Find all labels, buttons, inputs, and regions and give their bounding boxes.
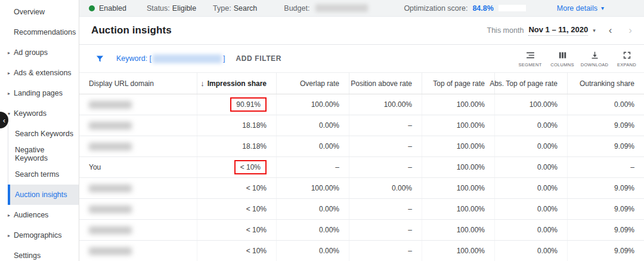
segment-label: SEGMENT bbox=[518, 62, 541, 67]
download-label: DOWNLOAD bbox=[581, 62, 609, 67]
table-cell: < 10% bbox=[197, 199, 276, 219]
sidebar-item-label: Search Keywords bbox=[15, 130, 73, 138]
column-header-top-of-page-rate[interactable]: Top of page rate bbox=[422, 73, 494, 94]
table-cell: – bbox=[567, 157, 644, 177]
column-header-impression-share[interactable]: ↓ Impression share bbox=[197, 73, 276, 94]
table-cell: – bbox=[349, 115, 422, 136]
redacted-domain bbox=[89, 143, 132, 151]
table-cell: 0.00% bbox=[276, 136, 349, 156]
download-button[interactable]: DOWNLOAD bbox=[581, 50, 608, 67]
table-row[interactable]: 18.18%0.00%–100.00%0.00%9.09% bbox=[79, 136, 644, 157]
enabled-status-icon bbox=[89, 5, 95, 11]
date-dropdown-icon[interactable]: ▾ bbox=[593, 27, 596, 33]
table-cell: 9.09% bbox=[567, 220, 644, 240]
sidebar-item-label: Overview bbox=[14, 8, 45, 16]
column-header-outranking-share[interactable]: Outranking share bbox=[567, 73, 644, 94]
expand-arrow-icon: ▸ bbox=[6, 50, 12, 56]
columns-button[interactable]: COLUMNS bbox=[549, 50, 576, 67]
sidebar-item-search-keywords[interactable]: Search Keywords bbox=[8, 124, 79, 144]
table-row[interactable]: < 10%100.00%0.00%100.00%0.00%9.09% bbox=[79, 178, 644, 199]
add-filter-button[interactable]: ADD FILTER bbox=[236, 54, 281, 63]
previous-period-button[interactable]: ‹ bbox=[609, 24, 612, 36]
column-header-abs-top-of-page-rate[interactable]: Abs. Top of page rate bbox=[494, 73, 567, 94]
sidebar-item-ads-extensions[interactable]: ▸ Ads & extensions bbox=[0, 63, 79, 83]
table-cell: 0.00% bbox=[494, 199, 567, 219]
segment-button[interactable]: SEGMENT bbox=[516, 50, 544, 67]
table-cell: 9.09% bbox=[567, 136, 644, 156]
domain-cell: You bbox=[79, 157, 197, 177]
table-row[interactable]: You < 10%––100.00%0.00%– bbox=[79, 157, 644, 178]
date-range-picker: This month Nov 1 – 11, 2020 ▾ ‹ › bbox=[487, 24, 632, 36]
table-row[interactable]: < 10%0.00%–100.00%0.00%9.09% bbox=[79, 220, 644, 241]
table-cell: – bbox=[349, 136, 422, 156]
sidebar-item-keywords[interactable]: ▾ Keywords bbox=[0, 103, 79, 124]
table-cell: 100.00% bbox=[494, 94, 567, 115]
table-cell: – bbox=[349, 199, 422, 219]
sidebar-item-negative-keywords[interactable]: Negative Keywords bbox=[8, 144, 79, 164]
sidebar-item-recommendations[interactable]: Recommendations bbox=[0, 22, 79, 42]
table-cell: – bbox=[349, 220, 422, 240]
table-cell: 100.00% bbox=[422, 199, 494, 219]
next-period-button[interactable]: › bbox=[628, 24, 632, 36]
sidebar-item-settings[interactable]: Settings bbox=[0, 245, 79, 261]
table-cell: – bbox=[276, 157, 349, 177]
sidebar-item-audiences[interactable]: ▸ Audiences bbox=[0, 205, 79, 225]
table-cell: 0.00% bbox=[494, 178, 567, 198]
table-cell: 18.18% bbox=[197, 115, 276, 136]
expand-arrow-icon: ▸ bbox=[6, 91, 12, 96]
type-value: Search bbox=[234, 4, 258, 13]
table-cell: 0.00% bbox=[276, 241, 349, 261]
optimization-score-bar bbox=[499, 5, 526, 11]
table-cell: 9.09% bbox=[567, 115, 644, 136]
table-cell: 0.00% bbox=[567, 94, 644, 115]
keyword-filter-suffix: ] bbox=[223, 54, 225, 63]
table-row[interactable]: 18.18%0.00%–100.00%0.00%9.09% bbox=[79, 115, 644, 136]
sidebar-item-auction-insights[interactable]: Auction insights bbox=[8, 185, 79, 205]
table-cell: 9.09% bbox=[567, 199, 644, 219]
table-cell: 0.00% bbox=[494, 241, 567, 261]
sidebar-item-ad-groups[interactable]: ▸ Ad groups bbox=[0, 42, 79, 63]
sidebar-item-demographics[interactable]: ▸ Demographics bbox=[0, 225, 79, 245]
table-cell: – bbox=[349, 241, 422, 261]
domain-cell bbox=[79, 94, 197, 115]
budget-value-redacted bbox=[315, 4, 368, 12]
table-cell: 100.00% bbox=[422, 115, 494, 136]
table-row[interactable]: < 10%0.00%–100.00%0.00%9.09% bbox=[79, 199, 644, 220]
page-title: Auction insights bbox=[91, 24, 172, 36]
table-cell: 100.00% bbox=[422, 220, 494, 240]
column-header-position-above-rate[interactable]: Position above rate bbox=[349, 73, 422, 94]
sidebar-item-overview[interactable]: Overview bbox=[0, 2, 79, 22]
sidebar-item-label: Negative Keywords bbox=[15, 146, 79, 162]
highlight-box: 90.91% bbox=[230, 97, 267, 112]
optimization-score-value: 84.8% bbox=[472, 4, 493, 13]
keyword-filter-prefix: Keyword: [ bbox=[116, 54, 151, 63]
more-details-button[interactable]: More details ▾ bbox=[557, 4, 604, 13]
date-range-value[interactable]: Nov 1 – 11, 2020 bbox=[528, 25, 588, 36]
type-label: Type: bbox=[213, 4, 231, 13]
table-row[interactable]: 90.91%100.00%100.00%100.00%100.00%0.00% bbox=[79, 94, 644, 115]
table-cell: 100.00% bbox=[422, 136, 494, 156]
sidebar-item-label: Keywords bbox=[14, 109, 47, 118]
sidebar-item-landing-pages[interactable]: ▸ Landing pages bbox=[0, 83, 79, 103]
status-label: Status: bbox=[147, 4, 170, 13]
enabled-label: Enabled bbox=[99, 4, 126, 13]
table-cell: 100.00% bbox=[422, 157, 494, 177]
table-cell: 9.09% bbox=[567, 178, 644, 198]
table-row[interactable]: < 10%0.00%–100.00%0.00%9.09% bbox=[79, 241, 644, 261]
page-header: Auction insights This month Nov 1 – 11, … bbox=[79, 17, 644, 45]
table-cell: 100.00% bbox=[422, 178, 494, 198]
sidebar-item-label: Ad groups bbox=[14, 48, 48, 57]
redacted-domain bbox=[89, 226, 132, 234]
sidebar-item-label: Audiences bbox=[14, 211, 48, 219]
sidebar-item-search-terms[interactable]: Search terms bbox=[8, 164, 79, 185]
keyword-filter-chip[interactable]: Keyword: [ ] bbox=[116, 54, 225, 63]
expand-arrow-icon: ▸ bbox=[6, 70, 12, 76]
column-header-label: Impression share bbox=[208, 79, 267, 88]
filter-bar: Keyword: [ ] ADD FILTER SEGMENT COLUMNS … bbox=[79, 45, 644, 73]
filter-icon bbox=[95, 54, 104, 63]
domain-cell bbox=[79, 199, 197, 219]
column-header-display-url-domain[interactable]: Display URL domain bbox=[79, 73, 197, 94]
expand-button[interactable]: EXPAND bbox=[613, 50, 640, 67]
column-header-overlap-rate[interactable]: Overlap rate bbox=[276, 73, 349, 94]
table-cell: – bbox=[349, 157, 422, 177]
